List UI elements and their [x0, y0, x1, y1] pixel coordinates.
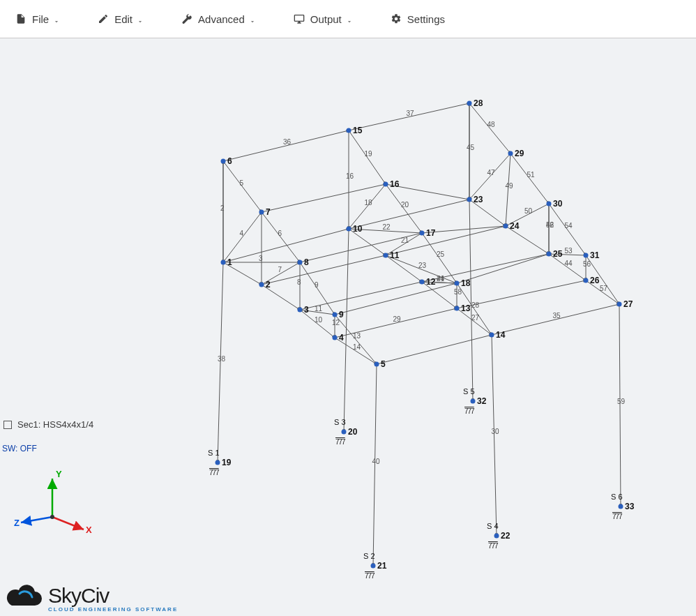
member-label: 30	[492, 428, 500, 435]
section-legend: Sec1: HSS4x4x1/4	[3, 419, 93, 430]
node[interactable]: 11	[384, 250, 400, 260]
member-label: 5	[240, 179, 244, 187]
member[interactable]	[262, 184, 386, 212]
svg-point-12	[455, 306, 460, 311]
node-label: 5	[381, 359, 386, 369]
member[interactable]	[510, 153, 549, 204]
svg-point-3	[333, 336, 338, 340]
node-label: 26	[590, 276, 600, 285]
node-label: 9	[339, 310, 344, 320]
member-label: 16	[346, 172, 354, 180]
member[interactable]	[469, 200, 473, 401]
svg-point-32	[619, 504, 623, 509]
member[interactable]	[469, 153, 510, 200]
menubar: File Edit Advanced Output	[0, 0, 696, 38]
member[interactable]	[218, 262, 223, 463]
member[interactable]	[492, 304, 619, 335]
wrench-icon	[181, 13, 192, 24]
node[interactable]: 17	[420, 228, 436, 238]
model-viewport[interactable]: 2569111014131229384016191820222123252427…	[0, 39, 696, 616]
svg-point-13	[490, 333, 494, 338]
pencil-icon	[98, 13, 109, 24]
support-fixed-icon: 777	[209, 469, 220, 476]
menu-edit-label: Edit	[114, 13, 133, 25]
skyciv-logo: SkyCiv CLOUD ENGINEERING SOFTWARE	[3, 585, 178, 613]
node[interactable]: 4	[333, 333, 345, 343]
member-label: 58	[454, 288, 462, 296]
node-label: 6	[227, 156, 232, 166]
svg-point-36	[50, 515, 54, 519]
svg-line-33	[52, 517, 84, 529]
node-label: 31	[590, 250, 600, 260]
menu-settings[interactable]: Settings	[382, 9, 453, 29]
member[interactable]	[349, 103, 469, 130]
menu-file[interactable]: File	[7, 9, 68, 29]
node[interactable]: 3	[298, 305, 310, 315]
node-label: 22	[501, 531, 510, 541]
member[interactable]	[506, 153, 510, 226]
support-fixed-icon: 777	[335, 438, 346, 446]
member[interactable]	[457, 280, 586, 308]
node[interactable]: 7	[259, 207, 271, 217]
node[interactable]: 2	[259, 280, 271, 290]
member[interactable]	[223, 212, 262, 262]
member-label: 49	[506, 182, 514, 190]
node-label: 25	[553, 249, 563, 259]
logo-name: SkyCiv	[48, 585, 178, 606]
member-label: 38	[218, 355, 226, 363]
member-label: 12	[332, 319, 340, 326]
member-label: 52	[546, 221, 554, 229]
support-fixed-icon: 777	[612, 513, 623, 520]
axis-x-label: X	[86, 525, 92, 535]
member-label: 23	[418, 262, 427, 269]
member-label: 50	[524, 207, 533, 215]
member[interactable]	[373, 364, 377, 566]
member-label: 35	[553, 312, 561, 320]
svg-point-23	[504, 224, 508, 229]
member-label: 45	[467, 144, 475, 151]
member-label: 29	[393, 315, 402, 323]
node[interactable]: 8	[298, 257, 310, 267]
node-label: 16	[390, 179, 400, 189]
svg-point-15	[384, 182, 388, 187]
member[interactable]	[469, 103, 510, 153]
member-label: 54	[565, 222, 573, 230]
member[interactable]	[422, 254, 549, 282]
node[interactable]: 12	[420, 277, 436, 287]
member[interactable]	[619, 304, 621, 506]
member[interactable]	[335, 308, 457, 338]
node[interactable]: 16	[384, 179, 400, 189]
member-label: 2	[220, 204, 225, 212]
menu-advanced[interactable]: Advanced	[173, 9, 264, 29]
support-fixed-icon: 777	[464, 407, 475, 415]
node[interactable]: 5	[375, 359, 386, 369]
svg-point-25	[584, 278, 589, 283]
member[interactable]	[223, 130, 349, 161]
menu-edit[interactable]: Edit	[89, 9, 152, 29]
svg-point-9	[347, 227, 351, 232]
structural-model[interactable]: 2569111014131229384016191820222123252427…	[0, 39, 696, 616]
support-fixed-icon: 777	[488, 542, 499, 550]
member-label: 19	[365, 150, 373, 158]
node[interactable]: 6	[221, 156, 233, 166]
member[interactable]	[492, 335, 497, 536]
axis-z-label: Z	[14, 518, 20, 528]
member[interactable]	[386, 184, 422, 233]
node-label: 21	[377, 561, 387, 571]
member[interactable]	[377, 335, 492, 364]
support-label: S 3	[334, 418, 346, 426]
svg-point-8	[333, 313, 338, 317]
member[interactable]	[262, 212, 300, 262]
node-label: 28	[474, 98, 483, 108]
node-label: 24	[510, 221, 520, 231]
node-label: 17	[426, 228, 436, 238]
menu-output[interactable]: Output	[285, 9, 361, 29]
node-label: 11	[390, 250, 400, 260]
support-label: S 2	[363, 552, 375, 560]
member[interactable]	[349, 130, 386, 184]
menu-output-label: Output	[310, 13, 342, 25]
member[interactable]	[223, 161, 262, 212]
member-label: 4	[240, 230, 244, 237]
member[interactable]	[349, 184, 386, 229]
member-label: 18	[365, 199, 373, 206]
